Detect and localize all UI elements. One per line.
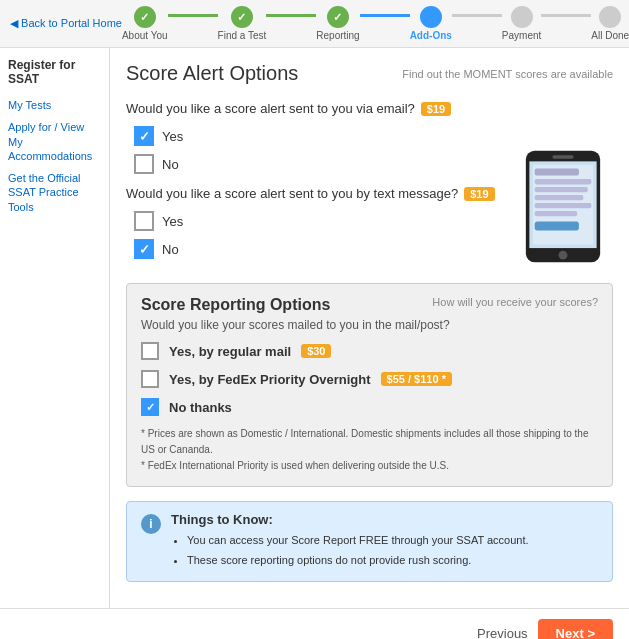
svg-rect-11 (552, 155, 573, 159)
content-area: Score Alert Options Find out the MOMENT … (110, 48, 629, 608)
footnotes: * Prices are shown as Domestic / Interna… (141, 426, 598, 474)
step-label-all-done: All Done (591, 30, 629, 41)
main-layout: Register for SSAT My Tests Apply for / V… (0, 48, 629, 608)
reporting-regular-mail-row[interactable]: Yes, by regular mail $30 (141, 342, 598, 360)
email-price-badge: $19 (421, 102, 451, 116)
step-label-find-test: Find a Test (218, 30, 267, 41)
sidebar-link-practice-tools[interactable]: Get the Official SSAT Practice Tools (8, 171, 101, 214)
step-about-you: ✓ About You (122, 6, 168, 41)
text-yes-label: Yes (162, 214, 183, 229)
text-question-text: Would you like a score alert sent to you… (126, 186, 458, 201)
step-circle-find-test: ✓ (231, 6, 253, 28)
sidebar: Register for SSAT My Tests Apply for / V… (0, 48, 110, 608)
top-nav: ◀ Back to Portal Home ✓ About You ✓ Find… (0, 0, 629, 48)
text-no-checkbox[interactable] (134, 239, 154, 259)
step-label-payment: Payment (502, 30, 541, 41)
email-question-row: Would you like a score alert sent to you… (126, 101, 503, 116)
sidebar-link-accommodations[interactable]: Apply for / View My Accommodations (8, 120, 101, 163)
connector-5 (541, 14, 591, 17)
phone-icon (513, 149, 613, 264)
score-reporting-header: Score Reporting Options How will you rec… (141, 296, 598, 314)
regular-mail-label: Yes, by regular mail (169, 344, 291, 359)
svg-rect-5 (535, 187, 588, 192)
sidebar-title: Register for SSAT (8, 58, 101, 86)
svg-rect-4 (535, 179, 592, 184)
email-yes-label: Yes (162, 129, 183, 144)
text-no-row[interactable]: No (134, 239, 503, 259)
progress-steps: ✓ About You ✓ Find a Test ✓ Reporting Ad… (122, 6, 629, 41)
no-thanks-label: No thanks (169, 400, 232, 415)
previous-button[interactable]: Previous (477, 626, 528, 639)
score-reporting-how-label: How will you receive your scores? (432, 296, 598, 308)
things-item-1: You can access your Score Report FREE th… (187, 531, 598, 551)
svg-rect-8 (535, 211, 577, 216)
text-price-badge: $19 (464, 187, 494, 201)
step-all-done: All Done (591, 6, 629, 41)
svg-rect-6 (535, 195, 584, 200)
next-button[interactable]: Next > (538, 619, 613, 639)
text-yes-row[interactable]: Yes (134, 211, 503, 231)
email-no-label: No (162, 157, 179, 172)
text-question-row: Would you like a score alert sent to you… (126, 186, 503, 201)
back-link[interactable]: ◀ Back to Portal Home (10, 17, 122, 30)
things-to-know-section: i Things to Know: You can access your Sc… (126, 501, 613, 582)
fedex-label: Yes, by FedEx Priority Overnight (169, 372, 371, 387)
connector-4 (452, 14, 502, 17)
connector-1 (168, 14, 218, 17)
connector-2 (266, 14, 316, 17)
bottom-nav: Previous Next > (0, 608, 629, 639)
reporting-fedex-row[interactable]: Yes, by FedEx Priority Overnight $55 / $… (141, 370, 598, 388)
no-thanks-checkbox[interactable] (141, 398, 159, 416)
step-circle-all-done (599, 6, 621, 28)
info-icon: i (141, 514, 161, 534)
email-question-text: Would you like a score alert sent to you… (126, 101, 415, 116)
email-questions: Would you like a score alert sent to you… (126, 89, 503, 267)
step-circle-reporting: ✓ (327, 6, 349, 28)
svg-rect-9 (535, 222, 579, 231)
score-reporting-desc: Would you like your scores mailed to you… (141, 318, 598, 332)
svg-point-10 (559, 251, 568, 260)
things-item-2: These score reporting options do not pro… (187, 551, 598, 571)
svg-rect-7 (535, 203, 592, 208)
regular-mail-checkbox[interactable] (141, 342, 159, 360)
email-yes-row[interactable]: Yes (134, 126, 503, 146)
step-label-reporting: Reporting (316, 30, 359, 41)
regular-mail-price: $30 (301, 344, 331, 358)
page-title: Score Alert Options (126, 62, 298, 85)
svg-rect-3 (535, 168, 579, 175)
phone-image-container (513, 149, 613, 267)
score-reporting-section: Score Reporting Options How will you rec… (126, 283, 613, 487)
things-content: Things to Know: You can access your Scor… (171, 512, 598, 571)
footnote-1: * Prices are shown as Domestic / Interna… (141, 426, 598, 458)
fedex-price: $55 / $110 * (381, 372, 452, 386)
page-subtitle: Find out the MOMENT scores are available (402, 68, 613, 80)
step-addons: Add-Ons (410, 6, 452, 41)
score-reporting-title: Score Reporting Options (141, 296, 330, 314)
step-reporting: ✓ Reporting (316, 6, 359, 41)
text-no-label: No (162, 242, 179, 257)
step-find-test: ✓ Find a Test (218, 6, 267, 41)
fedex-checkbox[interactable] (141, 370, 159, 388)
footnote-2: * FedEx International Priority is used w… (141, 458, 598, 474)
things-title: Things to Know: (171, 512, 598, 527)
sidebar-link-my-tests[interactable]: My Tests (8, 98, 101, 112)
email-no-checkbox[interactable] (134, 154, 154, 174)
step-circle-addons (420, 6, 442, 28)
reporting-no-thanks-row[interactable]: No thanks (141, 398, 598, 416)
text-yes-checkbox[interactable] (134, 211, 154, 231)
connector-3 (360, 14, 410, 17)
step-label-addons: Add-Ons (410, 30, 452, 41)
step-circle-about-you: ✓ (134, 6, 156, 28)
step-payment: Payment (502, 6, 541, 41)
things-list: You can access your Score Report FREE th… (171, 531, 598, 571)
email-yes-checkbox[interactable] (134, 126, 154, 146)
step-circle-payment (511, 6, 533, 28)
email-no-row[interactable]: No (134, 154, 503, 174)
email-text-section: Would you like a score alert sent to you… (126, 89, 613, 267)
step-label-about-you: About You (122, 30, 168, 41)
